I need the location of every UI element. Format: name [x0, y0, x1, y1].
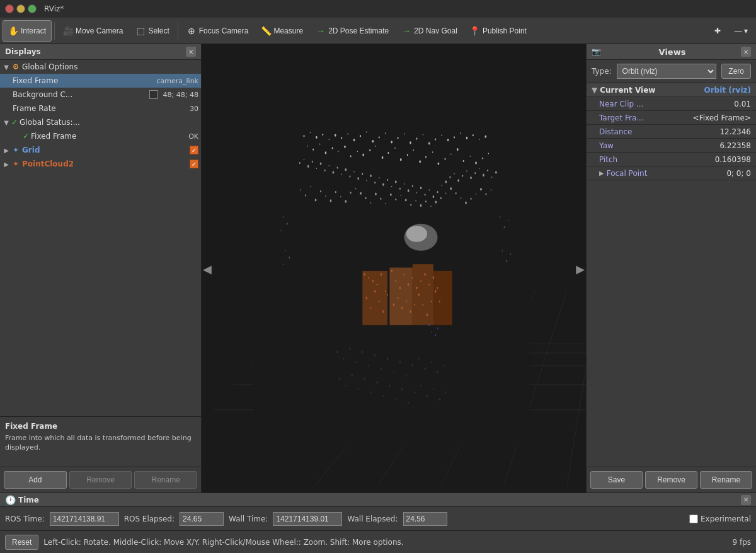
svg-point-172: [399, 286, 401, 289]
fixed-frame-row[interactable]: Fixed Frame camera_link: [0, 74, 201, 88]
toolbar-extra-button[interactable]: — ▾: [729, 20, 753, 42]
svg-point-24: [372, 140, 374, 143]
grid-row[interactable]: ▶ ✦ Grid ✓: [0, 143, 201, 157]
svg-point-223: [370, 392, 372, 393]
svg-point-49: [344, 146, 346, 148]
ros-time-input[interactable]: [50, 512, 119, 526]
views-type-select[interactable]: Orbit (rviz): [617, 64, 717, 79]
3d-viewport[interactable]: ◀ ▶: [202, 44, 586, 492]
views-rename-button[interactable]: Rename: [700, 471, 752, 489]
close-button[interactable]: [5, 4, 14, 13]
svg-point-153: [461, 197, 461, 199]
svg-point-125: [320, 190, 321, 192]
near-clip-row[interactable]: Near Clip ... 0.01: [587, 97, 756, 111]
ros-elapsed-input[interactable]: [180, 512, 224, 526]
interact-button[interactable]: ✋ Interact: [3, 20, 52, 42]
status-bar: Reset Left-Click: Rotate. Middle-Click: …: [0, 530, 756, 553]
measure-button[interactable]: 📏 Measure: [255, 20, 309, 42]
minimize-button[interactable]: [16, 4, 25, 13]
move-camera-button[interactable]: 🎥 Move Camera: [57, 20, 129, 42]
svg-point-187: [387, 294, 388, 296]
pointcloud2-row[interactable]: ▶ ✦ PointCloud2 ✓: [0, 157, 201, 171]
time-close-button[interactable]: ✕: [741, 495, 751, 505]
views-save-button[interactable]: Save: [590, 471, 643, 489]
window-controls[interactable]: [5, 4, 37, 13]
publish-point-button[interactable]: 📍 Publish Point: [464, 20, 532, 42]
svg-point-231: [420, 385, 421, 387]
remove-button[interactable]: Remove: [69, 471, 132, 489]
grid-checkbox[interactable]: ✓: [190, 146, 198, 154]
svg-point-22: [360, 135, 361, 137]
global-status-row[interactable]: ▼ ✓ Global Status:...: [0, 115, 201, 129]
svg-point-246: [506, 260, 507, 262]
pitch-row[interactable]: Pitch 0.160398: [587, 153, 756, 166]
focal-point-row[interactable]: ▶ Focal Point 0; 0; 0: [587, 166, 756, 180]
svg-point-128: [335, 191, 336, 193]
views-title: Views: [659, 47, 686, 57]
svg-point-167: [377, 284, 378, 286]
svg-point-131: [350, 192, 352, 194]
svg-point-216: [437, 371, 438, 373]
add-display-button[interactable]: ✚: [709, 20, 726, 42]
displays-close-button[interactable]: ✕: [186, 47, 196, 57]
time-panel: 🕐 Time ✕ ROS Time: ROS Elapsed: Wall Tim…: [0, 492, 756, 530]
grid-arrow: ▶: [3, 146, 10, 154]
reset-button[interactable]: Reset: [5, 535, 38, 550]
svg-point-45: [319, 143, 320, 144]
select-button[interactable]: ⬚ Select: [130, 20, 175, 42]
background-color-value: 48; 48; 48: [163, 91, 198, 99]
distance-row[interactable]: Distance 12.2346: [587, 125, 756, 139]
grid-label: Grid: [22, 146, 187, 154]
svg-point-142: [405, 199, 407, 201]
global-options-row[interactable]: ▼ ⚙ Global Options: [0, 60, 201, 74]
yaw-row[interactable]: Yaw 6.22358: [587, 139, 756, 153]
svg-point-136: [375, 193, 377, 195]
svg-point-79: [324, 170, 326, 172]
fps-display: 9 fps: [732, 538, 751, 547]
maximize-button[interactable]: [28, 4, 37, 13]
svg-rect-163: [433, 271, 452, 325]
time-title: Time: [18, 496, 39, 504]
svg-point-127: [330, 199, 332, 202]
svg-point-181: [437, 287, 438, 289]
views-zero-button[interactable]: Zero: [721, 64, 751, 79]
viewport-arrow-left[interactable]: ◀: [203, 262, 212, 275]
focus-camera-button[interactable]: ⊕ Focus Camera: [181, 20, 255, 42]
wall-time-input[interactable]: [273, 512, 342, 526]
frame-rate-label: Frame Rate: [13, 104, 187, 113]
svg-point-25: [379, 136, 380, 138]
target-frame-row[interactable]: Target Fra... <Fixed Frame>: [587, 111, 756, 125]
wall-elapsed-input[interactable]: [403, 512, 447, 526]
displays-tree[interactable]: ▼ ⚙ Global Options Fixed Frame camera_li…: [0, 60, 201, 416]
svg-point-166: [372, 280, 374, 282]
add-button[interactable]: Add: [4, 471, 67, 489]
svg-point-110: [454, 173, 454, 175]
2d-pose-button[interactable]: → 2D Pose Estimate: [310, 20, 394, 42]
focal-point-label: Focal Point: [607, 169, 727, 178]
displays-title: Displays: [5, 47, 41, 56]
focal-point-value: 0; 0; 0: [726, 169, 751, 178]
svg-point-170: [391, 270, 392, 272]
svg-point-71: [482, 157, 483, 159]
status-fixed-frame-row[interactable]: ✓ Fixed Frame OK: [0, 129, 201, 143]
titlebar: RViz*: [0, 0, 756, 18]
pointcloud2-checkbox[interactable]: ✓: [190, 160, 198, 168]
add-icon: ✚: [714, 26, 721, 35]
target-frame-value: <Fixed Frame>: [693, 114, 751, 122]
2d-nav-button[interactable]: → 2D Nav Goal: [396, 20, 463, 42]
svg-point-140: [395, 199, 396, 201]
svg-point-111: [457, 179, 459, 182]
experimental-checkbox[interactable]: [689, 515, 698, 523]
views-close-button[interactable]: ✕: [741, 47, 751, 57]
svg-point-84: [345, 168, 346, 171]
current-view-header[interactable]: ▼ Current View Orbit (rviz): [587, 83, 756, 97]
background-color-row[interactable]: Background C... 48; 48; 48: [0, 88, 201, 102]
move-camera-label: Move Camera: [76, 26, 123, 35]
frame-rate-row[interactable]: Frame Rate 30: [0, 102, 201, 115]
time-clock-icon: 🕐: [5, 495, 16, 505]
views-remove-button[interactable]: Remove: [645, 471, 697, 489]
svg-point-108: [445, 180, 447, 183]
svg-point-17: [329, 139, 329, 140]
rename-button[interactable]: Rename: [134, 471, 197, 489]
viewport-arrow-right[interactable]: ▶: [576, 262, 585, 275]
